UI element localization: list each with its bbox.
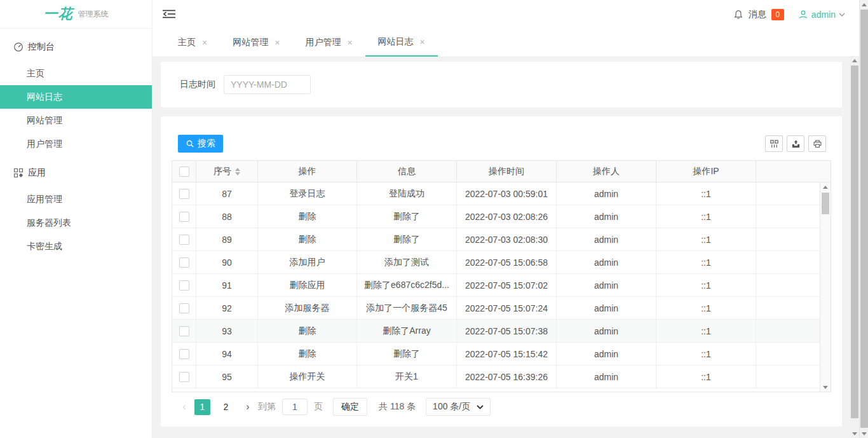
cell-seq: 87: [196, 182, 258, 205]
sidebar-section-console[interactable]: 控制台: [0, 32, 152, 62]
sidebar-menu: 控制台 主页 网站日志 网站管理 用户管理 应用: [0, 29, 152, 258]
cell-ip: ::1: [656, 274, 756, 296]
print-icon[interactable]: [808, 135, 826, 152]
cell-ip: ::1: [656, 320, 756, 342]
confirm-button[interactable]: 确定: [333, 398, 367, 416]
row-checkbox[interactable]: [179, 280, 189, 291]
cell-info: 删除了: [357, 205, 457, 228]
table-body: 87登录日志登陆成功2022-07-03 00:59:01admin::188删…: [172, 182, 820, 388]
cell-action: 删除: [258, 320, 357, 342]
content-scrollbar[interactable]: [850, 56, 859, 438]
content-scrollbar-thumb[interactable]: [851, 65, 858, 418]
tab-site-logs[interactable]: 网站日志 ×: [365, 29, 438, 57]
cell-filler: [756, 366, 820, 388]
scroll-up-icon[interactable]: [860, 0, 868, 9]
brand-name: 一花: [44, 4, 73, 24]
table-row-partial: [172, 388, 831, 392]
sidebar-item-server-list[interactable]: 服务器列表: [0, 211, 152, 235]
cell-filler: [756, 228, 820, 250]
cell-time: 2022-07-03 02:08:26: [457, 205, 557, 228]
cell-operator: admin: [557, 251, 656, 273]
prev-page-button[interactable]: ‹: [178, 401, 191, 413]
tab-close-icon[interactable]: ×: [275, 38, 280, 48]
cell-operator: admin: [557, 343, 656, 365]
table-scrollbar-thumb[interactable]: [822, 193, 829, 214]
column-header-info: 信息: [357, 161, 457, 182]
filter-panel: 日志时间: [161, 62, 842, 107]
tab-close-icon[interactable]: ×: [202, 38, 207, 48]
row-checkbox[interactable]: [179, 235, 189, 245]
scroll-up-icon[interactable]: [850, 56, 859, 65]
page-unit-label: 页: [314, 401, 323, 413]
sidebar-collapse-icon[interactable]: [162, 9, 176, 19]
sidebar-item-site-management[interactable]: 网站管理: [0, 109, 152, 132]
page-button-1[interactable]: 1: [194, 399, 210, 415]
tab-home[interactable]: 主页 ×: [165, 29, 220, 57]
scroll-down-icon[interactable]: [850, 429, 859, 438]
row-checkbox[interactable]: [179, 326, 189, 336]
top-header: 消息 0 admin: [153, 0, 859, 29]
app-logo: 一花 管理系统: [0, 0, 152, 29]
select-all-checkbox[interactable]: [179, 167, 189, 177]
tab-close-icon[interactable]: ×: [420, 37, 425, 47]
goto-page-input[interactable]: [282, 399, 308, 415]
scroll-up-icon[interactable]: [820, 182, 831, 191]
sidebar-item-label: 服务器列表: [27, 217, 71, 229]
column-header-time: 操作时间: [457, 161, 557, 182]
log-date-input[interactable]: [224, 75, 311, 94]
tab-site-management[interactable]: 网站管理 ×: [220, 29, 292, 57]
row-checkbox[interactable]: [179, 189, 189, 199]
row-checkbox[interactable]: [179, 303, 189, 313]
sidebar-item-app-management[interactable]: 应用管理: [0, 188, 152, 211]
sidebar-section-label: 应用: [28, 167, 46, 179]
row-checkbox-cell: [172, 320, 196, 342]
scroll-down-icon[interactable]: [860, 429, 868, 438]
sidebar-section-apps[interactable]: 应用: [0, 158, 152, 188]
bell-icon[interactable]: [733, 10, 743, 20]
cell-time: 2022-07-05 16:39:26: [457, 366, 557, 388]
sidebar-item-home[interactable]: 主页: [0, 62, 152, 85]
scroll-down-icon[interactable]: [820, 383, 831, 392]
row-checkbox[interactable]: [179, 257, 189, 268]
sidebar-item-label: 用户管理: [27, 139, 62, 150]
messages-badge[interactable]: 0: [771, 9, 784, 20]
cell-action: 登录日志: [258, 182, 357, 205]
row-checkbox-cell: [172, 297, 196, 319]
cell-time: 2022-07-05 15:07:02: [457, 274, 557, 296]
sidebar-item-user-management[interactable]: 用户管理: [0, 132, 152, 156]
page-button-2[interactable]: 2: [218, 399, 234, 415]
cell-filler: [756, 251, 820, 273]
search-button[interactable]: 搜索: [178, 135, 223, 153]
sidebar-item-label: 应用管理: [27, 194, 62, 205]
table-scrollbar[interactable]: [820, 182, 831, 392]
page-scrollbar-thumb[interactable]: [860, 10, 868, 428]
main-content: 日志时间 搜索: [153, 57, 850, 438]
username-label: admin: [811, 10, 836, 20]
sidebar-item-card-key-generation[interactable]: 卡密生成: [0, 235, 152, 258]
export-icon[interactable]: [787, 135, 804, 152]
column-header-ip: 操作IP: [656, 161, 756, 182]
row-checkbox[interactable]: [179, 372, 189, 382]
tab-label: 主页: [178, 37, 196, 48]
cell-seq: 93: [196, 320, 258, 342]
tab-user-management[interactable]: 用户管理 ×: [292, 29, 365, 57]
sidebar-item-site-logs[interactable]: 网站日志: [0, 85, 152, 109]
total-count-label: 共 118 条: [379, 401, 416, 413]
page-size-select[interactable]: 100 条/页: [426, 398, 491, 416]
next-page-button[interactable]: ›: [241, 401, 254, 413]
messages-label[interactable]: 消息: [749, 9, 766, 20]
cell-action: 添加服务器: [258, 297, 357, 319]
sort-icon[interactable]: [235, 168, 240, 175]
filter-columns-icon[interactable]: [765, 135, 783, 152]
row-checkbox[interactable]: [179, 349, 189, 359]
cell-filler: [756, 182, 820, 205]
row-checkbox[interactable]: [179, 212, 189, 222]
cell-filler: [756, 274, 820, 296]
table-row: 91删除应用删除了e687c6c2f5d...2022-07-05 15:07:…: [172, 274, 820, 297]
pagination: ‹ 1 2 › 到第 页 确定 共 118 条 100 条/页: [161, 398, 842, 416]
row-checkbox-cell: [172, 343, 196, 365]
page-scrollbar[interactable]: [859, 0, 868, 438]
cell-filler: [756, 205, 820, 228]
user-menu[interactable]: admin: [798, 10, 845, 20]
tab-close-icon[interactable]: ×: [347, 38, 352, 48]
